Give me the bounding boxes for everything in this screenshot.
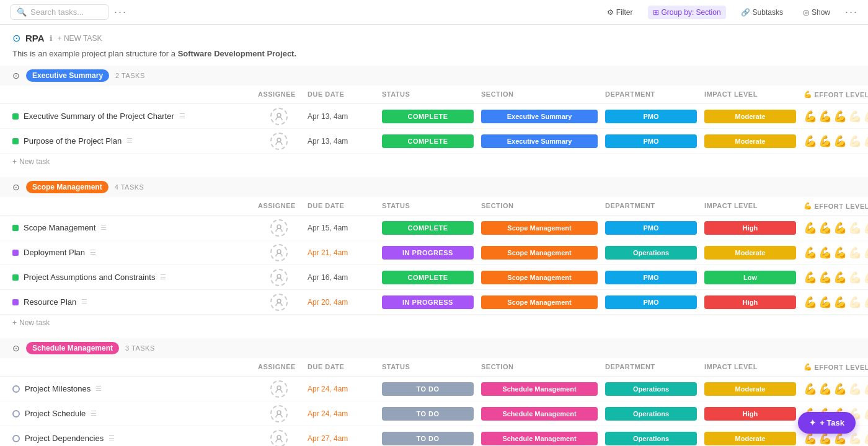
- effort-icon: 💪: [804, 134, 817, 148]
- table-row[interactable]: Project Assumptions and Constraints ☰ Ap…: [0, 265, 868, 290]
- avatar[interactable]: [270, 430, 288, 447]
- effort-icon: 💪: [833, 134, 847, 148]
- show-button[interactable]: ◎ Show: [798, 6, 835, 19]
- table-row[interactable]: Scope Management ☰ Apr 15, 4am COMPLETE …: [0, 216, 868, 240]
- department-cell: PMO: [601, 221, 701, 235]
- status-badge: COMPLETE: [382, 221, 474, 235]
- task-status-dot: [12, 385, 20, 393]
- department-tag: Operations: [605, 382, 697, 396]
- avatar[interactable]: [270, 244, 288, 261]
- project-new-task-button[interactable]: + NEW TASK: [58, 34, 102, 43]
- project-info-icon[interactable]: ℹ: [50, 34, 53, 43]
- section-new-task-button-scope-management[interactable]: + New task: [0, 315, 868, 333]
- svg-point-5: [277, 299, 281, 303]
- effort-icon: 💪: [804, 295, 817, 309]
- task-menu-icon[interactable]: ☰: [81, 298, 87, 306]
- project-description: This is an example project plan structur…: [0, 46, 868, 66]
- table-row[interactable]: Project Schedule ☰ Apr 24, 4am TO DO Sch…: [0, 401, 868, 426]
- due-date-cell: Apr 21, 4am: [304, 248, 378, 257]
- effort-icon: 💪: [863, 382, 868, 396]
- task-menu-icon[interactable]: ☰: [100, 224, 107, 232]
- toolbar-more-icon[interactable]: ···: [845, 6, 858, 19]
- department-tag: PMO: [605, 221, 697, 235]
- section-chevron-schedule-management[interactable]: ⊙: [12, 343, 20, 353]
- table-row[interactable]: Resource Plan ☰ Apr 20, 4am IN PROGRESS …: [0, 290, 868, 315]
- section-tag: Scope Management: [481, 246, 598, 260]
- section-new-task-button-executive-summary[interactable]: + New task: [0, 154, 868, 172]
- table-row[interactable]: Project Dependencies ☰ Apr 27, 4am TO DO…: [0, 426, 868, 446]
- fab-new-task[interactable]: ✦ + Task: [798, 412, 856, 434]
- status-badge: COMPLETE: [382, 271, 474, 284]
- impact-tag: Low: [704, 271, 796, 284]
- section-chevron-scope-management[interactable]: ⊙: [12, 182, 20, 192]
- table-row[interactable]: Executive Summary of the Project Charter…: [0, 104, 868, 129]
- department-tag: PMO: [605, 134, 697, 148]
- section-tag: Scope Management: [481, 295, 598, 309]
- impact-cell: High: [701, 407, 800, 421]
- col-assignee: ASSIGNEE: [254, 88, 304, 101]
- assignee-cell: [254, 269, 304, 286]
- avatar[interactable]: [270, 108, 288, 125]
- group-by-button[interactable]: ⊞ Group by: Section: [648, 6, 726, 19]
- group-icon: ⊞: [653, 8, 659, 17]
- col-status: STATUS: [378, 88, 477, 101]
- avatar[interactable]: [270, 133, 288, 150]
- avatar[interactable]: [270, 269, 288, 286]
- effort-icon: 💪: [848, 134, 862, 148]
- subtasks-button[interactable]: 🔗 Subtasks: [736, 6, 788, 19]
- impact-cell: Moderate: [701, 246, 800, 260]
- effort-icon: 💪: [848, 382, 862, 396]
- status-cell: TO DO: [378, 432, 477, 445]
- impact-tag: Moderate: [704, 382, 796, 396]
- status-badge: TO DO: [382, 382, 474, 396]
- col-effort: 💪 EFFORT LEVEL: [800, 88, 868, 101]
- effort-icon: 💪: [863, 407, 868, 421]
- section-cell: Schedule Management: [477, 382, 601, 396]
- avatar[interactable]: [270, 380, 288, 398]
- avatar[interactable]: [270, 294, 288, 311]
- effort-icon: 💪: [848, 246, 862, 260]
- status-cell: IN PROGRESS: [378, 295, 477, 309]
- col-status: STATUS: [378, 361, 477, 374]
- effort-icon: 💪: [818, 221, 832, 235]
- subtasks-icon: 🔗: [741, 8, 750, 17]
- department-cell: PMO: [601, 134, 701, 148]
- project-collapse-icon[interactable]: ⊙: [12, 32, 20, 44]
- sections-container: ⊙ Executive Summary 2 TASKS ASSIGNEE DUE…: [0, 66, 868, 446]
- col-headers-scope-management: ASSIGNEE DUE DATE STATUS SECTION DEPARTM…: [0, 197, 868, 216]
- section-badge-schedule-management: Schedule Management: [26, 342, 119, 354]
- assignee-cell: [254, 294, 304, 311]
- effort-icon: 💪: [863, 134, 868, 148]
- department-cell: PMO: [601, 271, 701, 284]
- section-chevron-executive-summary[interactable]: ⊙: [12, 71, 20, 81]
- task-menu-icon[interactable]: ☰: [91, 409, 97, 418]
- table-row[interactable]: Project Milestones ☰ Apr 24, 4am TO DO S…: [0, 377, 868, 401]
- task-menu-icon[interactable]: ☰: [126, 137, 133, 145]
- impact-tag: Moderate: [704, 110, 796, 123]
- task-status-dot: [12, 274, 19, 281]
- section-tag: Executive Summary: [481, 110, 598, 123]
- search-box[interactable]: 🔍 Search tasks...: [10, 4, 109, 20]
- task-menu-icon[interactable]: ☰: [95, 385, 102, 393]
- task-name-cell: Deployment Plan ☰: [12, 243, 254, 262]
- effort-icon: 💪: [818, 110, 832, 123]
- task-menu-icon[interactable]: ☰: [160, 273, 166, 281]
- effort-icon: 💪: [848, 432, 862, 445]
- task-name: Resource Plan: [24, 297, 76, 307]
- avatar[interactable]: [270, 405, 288, 422]
- more-options-icon[interactable]: ···: [114, 6, 127, 19]
- section-header-scope-management: ⊙ Scope Management 4 TASKS: [0, 177, 868, 197]
- section-cell: Scope Management: [477, 246, 601, 260]
- table-row[interactable]: Deployment Plan ☰ Apr 21, 4am IN PROGRES…: [0, 240, 868, 265]
- avatar[interactable]: [270, 219, 288, 237]
- task-menu-icon[interactable]: ☰: [108, 434, 115, 442]
- task-menu-icon[interactable]: ☰: [90, 248, 96, 256]
- filter-button[interactable]: ⚙ Filter: [602, 6, 638, 19]
- task-menu-icon[interactable]: ☰: [179, 112, 185, 120]
- task-name: Deployment Plan: [24, 248, 85, 257]
- col-section: SECTION: [477, 199, 601, 212]
- effort-cell: 💪💪💪💪💪: [800, 382, 868, 396]
- effort-cell: 💪💪💪💪💪: [800, 110, 868, 123]
- impact-tag: Moderate: [704, 134, 796, 148]
- table-row[interactable]: Purpose of the Project Plan ☰ Apr 13, 4a…: [0, 129, 868, 154]
